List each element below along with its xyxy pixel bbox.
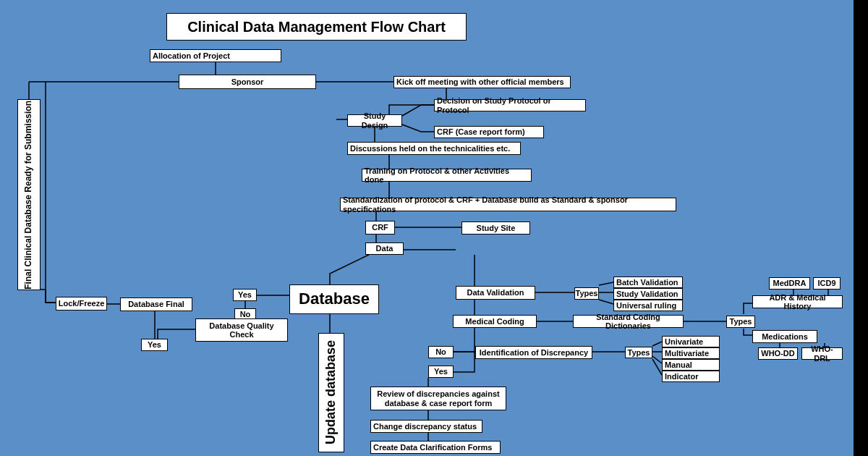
flowchart-canvas: Clinical Data Management Flow Chart Allo…	[0, 0, 854, 456]
box-yes: Yes	[428, 366, 454, 378]
box-batch-validation: Batch Validation	[613, 276, 683, 288]
box-crf: CRF	[365, 221, 395, 235]
box-database: Database	[289, 284, 379, 314]
box-data: Data	[365, 242, 404, 255]
box-sponsor: Sponsor	[179, 75, 316, 89]
box-data-validation: Data Validation	[456, 286, 535, 300]
box-medical-coding: Medical Coding	[453, 315, 537, 328]
box-change-discrepancy: Change discrepancy status	[370, 420, 482, 433]
label-update-database: Update database	[324, 340, 339, 444]
box-study-site: Study Site	[461, 221, 530, 235]
label-final-clinical: Final Clinical Database Ready for Submis…	[24, 101, 33, 290]
box-allocation: Allocation of Project	[150, 49, 281, 62]
box-training: Training on Protocol & other Activities …	[362, 169, 532, 182]
box-medications: Medications	[752, 330, 817, 343]
box-review-discrepancies: Review of discrepancies against database…	[370, 387, 506, 410]
box-univariate: Univariate	[662, 336, 720, 347]
box-types2: Types	[726, 316, 755, 328]
box-final-clinical: Final Clinical Database Ready for Submis…	[17, 99, 41, 290]
box-adr-history: ADR & Medical History	[752, 295, 843, 308]
box-types1: Types	[574, 287, 599, 300]
box-icd9: ICD9	[813, 277, 841, 290]
box-identification-discrepancy: Identification of Discrepancy	[475, 346, 592, 359]
box-who-drl: WHO-DRL	[801, 347, 843, 360]
box-who-dd: WHO-DD	[758, 347, 798, 360]
box-standard-coding: Standard Coding Dictionaries	[573, 315, 684, 328]
box-discussions: Discussions held on the technicalities e…	[347, 142, 521, 155]
box-kickoff: Kick off meeting with other official mem…	[393, 76, 571, 88]
box-types3: Types	[625, 347, 652, 358]
box-crf-form: CRF (Case report form)	[434, 126, 544, 138]
box-manual: Manual	[662, 359, 720, 371]
box-meddra: MedDRA	[769, 277, 810, 290]
box-decision: Decision on Study Protocol or Protocol	[434, 99, 586, 111]
box-study-validation: Study Validation	[613, 288, 683, 300]
diagram-title: Clinical Data Management Flow Chart	[166, 13, 467, 41]
box-indicator: Indicator	[662, 371, 720, 382]
box-universal-ruling: Universal ruling	[613, 300, 683, 311]
box-create-dcf: Create Data Clarification Forms	[370, 441, 501, 454]
box-lock-freeze: Lock/Freeze	[56, 297, 107, 311]
box-db-quality-check: Database Quality Check	[195, 318, 288, 342]
box-yes3: Yes	[233, 289, 257, 301]
right-border	[854, 0, 868, 456]
box-no: No	[428, 346, 454, 358]
box-multivariate: Multivariate	[662, 347, 720, 359]
box-update-database: Update database	[318, 333, 344, 452]
box-study-design: Study Design	[347, 114, 402, 127]
box-database-final: Database Final	[120, 297, 192, 311]
box-standardization: Standardization of protocol & CRF + Data…	[340, 198, 676, 211]
box-yes2: Yes	[141, 339, 168, 351]
